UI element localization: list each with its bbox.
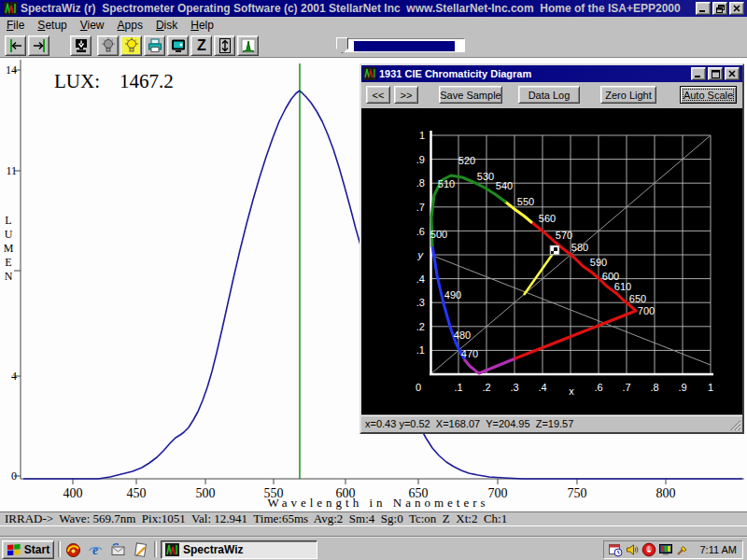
menu-apps[interactable]: Apps [111, 18, 149, 33]
display-settings-icon[interactable] [658, 542, 673, 557]
lux-value: 1467.2 [120, 70, 174, 92]
lamp-on-icon [122, 36, 141, 55]
x-tick-label: 800 [656, 486, 676, 500]
cie-x-tick-label: .8 [650, 382, 658, 393]
cie-chromaticity-diagram: 1.9.8.7.6y.4.3.2.10.1.2.3.4x.6.7.8.91520… [361, 108, 742, 414]
x-axis-title: Wavelength in Nanometers [267, 496, 488, 510]
cie-y-tick-label: .9 [416, 154, 425, 165]
resize-grip[interactable] [729, 419, 741, 431]
cie-minimize-button[interactable] [691, 67, 706, 80]
monitor-icon [169, 36, 188, 55]
cie-next-button[interactable]: >> [394, 86, 418, 104]
cie-titlebar[interactable]: 1931 CIE Chromaticity Diagram [361, 65, 742, 82]
data-log-button[interactable]: Data Log [518, 86, 580, 104]
sample-point-cursor-pixel [551, 251, 554, 254]
peak-icon [239, 36, 258, 55]
lux-label: LUX: [54, 70, 100, 92]
cie-window: 1931 CIE Chromaticity Diagram << >> Save… [359, 63, 744, 434]
integration-time-slider[interactable] [336, 37, 465, 53]
cie-x-tick-label: .7 [622, 382, 630, 393]
cursor-left-button[interactable] [5, 35, 26, 56]
channels-icon [133, 542, 148, 558]
windows-logo-icon [7, 543, 21, 556]
spectrawiz-app-icon [4, 2, 18, 15]
video-display-button[interactable] [167, 35, 189, 56]
cie-x-tick-label: .3 [510, 382, 518, 393]
y-tick-label: 14 [6, 63, 17, 77]
task-scheduler-icon[interactable] [608, 542, 623, 557]
save-sample-button[interactable]: Save Sample [439, 86, 502, 104]
start-button[interactable]: Start [2, 540, 54, 559]
zero-reference-button[interactable]: Z [190, 35, 212, 56]
capture-display-icon [72, 36, 91, 55]
menu-view[interactable]: View [74, 18, 111, 33]
wavelength-label: 580 [571, 242, 588, 253]
capture-display-button[interactable] [70, 35, 92, 56]
slider-fill [354, 41, 455, 51]
restore-button[interactable] [712, 2, 727, 15]
acquisition-status-bar: IRRAD-> Wave: 569.7nm Pix:1051 Val: 12.9… [0, 511, 747, 526]
lamp-on-button[interactable] [120, 35, 142, 56]
cie-y-tick-label: .6 [416, 226, 425, 237]
quicklaunch-outlook-button[interactable] [108, 540, 128, 559]
main-title: SpectraWiz (r) Spectrometer Operating So… [21, 2, 696, 15]
cie-x-tick-label: .2 [482, 382, 490, 393]
quicklaunch-ie-button[interactable]: e [86, 540, 106, 559]
print-button[interactable] [144, 35, 165, 56]
minimize-button[interactable] [696, 2, 711, 15]
cursor-right-button[interactable] [28, 35, 49, 56]
peak-view-button[interactable] [237, 35, 259, 56]
menu-file[interactable]: File [0, 18, 31, 33]
menubar: File Setup View Apps Disk Help [0, 17, 747, 34]
scan-monitor-icon[interactable] [641, 542, 656, 557]
menu-setup[interactable]: Setup [31, 18, 73, 33]
cie-y-tick-label: .8 [416, 177, 425, 189]
cursor-left-icon [7, 36, 25, 55]
cie-prev-button[interactable]: << [366, 86, 390, 104]
slider-track[interactable] [344, 38, 465, 52]
lamp-off-button[interactable] [97, 35, 119, 56]
wavelength-label: 470 [461, 348, 478, 359]
volume-icon[interactable] [625, 542, 640, 557]
msn-icon [65, 542, 81, 558]
cie-close-button[interactable] [725, 67, 740, 80]
cie-x-tick-label: .4 [538, 382, 546, 393]
taskbar-divider [58, 541, 61, 557]
cursor-right-icon [30, 36, 49, 55]
wavelength-label: 590 [590, 257, 607, 268]
quicklaunch-msn-button[interactable] [63, 540, 83, 559]
x-tick-label: 400 [63, 486, 83, 500]
wavelength-label: 520 [458, 155, 475, 166]
cie-maximize-button[interactable] [708, 67, 723, 80]
paint-brush-icon[interactable] [675, 542, 690, 557]
cie-x-tick-label: 0 [416, 382, 421, 393]
cie-title: 1931 CIE Chromaticity Diagram [379, 68, 691, 79]
main-titlebar: SpectraWiz (r) Spectrometer Operating So… [0, 0, 747, 17]
zero-light-button[interactable]: Zero Light [600, 86, 656, 104]
autoscale-button[interactable] [214, 35, 235, 56]
menu-help[interactable]: Help [184, 18, 220, 33]
y-tick-label: 4 [11, 370, 17, 383]
close-button[interactable] [729, 2, 744, 15]
wavelength-label: 530 [477, 171, 494, 182]
wavelength-label: 560 [539, 213, 556, 224]
spectrawiz-app: SpectraWiz (r) Spectrometer Operating So… [0, 0, 747, 560]
taskbar-divider [154, 541, 157, 557]
main-toolbar: Z [0, 34, 747, 58]
menu-disk[interactable]: Disk [149, 18, 184, 33]
task-button-spectrawiz[interactable]: SpectraWiz [161, 540, 317, 559]
quicklaunch-channels-button[interactable] [131, 540, 150, 559]
x-tick-label: 600 [336, 486, 356, 500]
spectral-locus-segment [465, 358, 515, 373]
cie-plot-area[interactable]: 1.9.8.7.6y.4.3.2.10.1.2.3.4x.6.7.8.91520… [361, 108, 742, 414]
cie-x-tick-label: .1 [454, 382, 462, 393]
cie-x-tick-label: .9 [678, 382, 686, 393]
cie-y-tick-label: .3 [416, 297, 425, 308]
system-tray: 7:11 AM [603, 540, 743, 559]
taskbar-clock[interactable]: 7:11 AM [699, 544, 739, 555]
cie-coordinates-readout: x=0.43 y=0.52 X=168.07 Y=204.95 Z=19.57 [361, 418, 573, 429]
wavelength-label: 480 [454, 329, 471, 341]
auto-scale-button[interactable]: Auto Scale [680, 86, 737, 104]
y-axis-title-letter: E [5, 256, 11, 269]
spectrawiz-task-icon [165, 543, 179, 556]
